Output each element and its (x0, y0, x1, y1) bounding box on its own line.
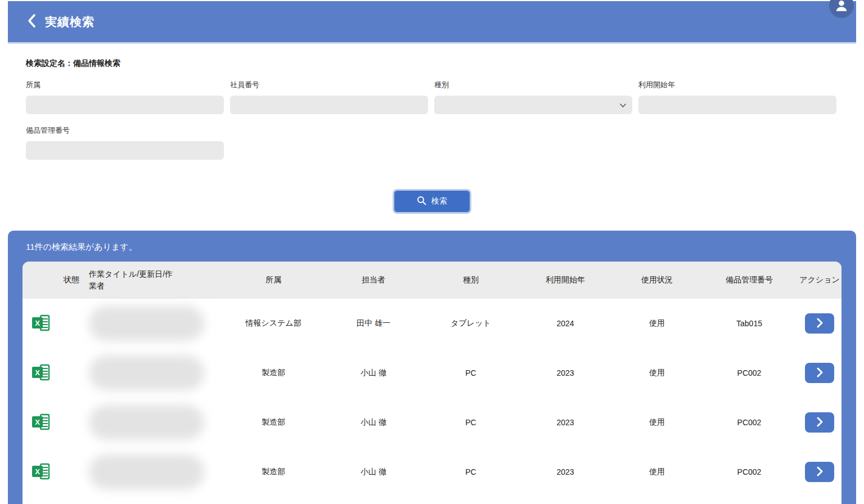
col-asset-no: 備品管理番号 (701, 275, 798, 285)
col-person: 担当者 (323, 275, 424, 285)
redacted-title-blob (89, 356, 204, 390)
asset-no-cell: PC002 (701, 368, 798, 377)
redacted-title-blob (89, 306, 204, 341)
svg-text:X: X (35, 368, 40, 377)
type-cell: PC (424, 368, 518, 377)
asset-no-label: 備品管理番号 (26, 125, 224, 136)
chevron-right-icon (816, 318, 823, 330)
app-header: 実績検索 (8, 1, 856, 44)
results-table: 状態 作業タイトル/更新日/作業者 所属 担当者 種別 利用開始年 使用状況 備… (22, 262, 842, 504)
svg-text:X: X (35, 418, 40, 426)
results-count: 11件の検索結果があります。 (8, 231, 856, 262)
search-setting-label: 検索設定名：備品情報検索 (26, 58, 838, 69)
excel-file-icon[interactable]: X (22, 314, 54, 333)
chevron-right-icon (816, 417, 823, 429)
field-employee-no: 社員番号 (230, 80, 428, 114)
field-start-year: 利用開始年 (638, 80, 836, 114)
table-row: X 情報システム部 田中 雄一 タブレット 2024 使用 Tab015 (22, 299, 842, 348)
person-cell: 小山 徹 (323, 467, 424, 477)
chevron-right-icon (816, 367, 823, 379)
start-year-label: 利用開始年 (638, 80, 836, 90)
results-panel: 11件の検索結果があります。 状態 作業タイトル/更新日/作業者 所属 担当者 … (8, 231, 856, 504)
asset-no-cell: Tab015 (701, 319, 798, 328)
row-detail-button[interactable] (805, 412, 834, 433)
usage-cell: 使用 (613, 467, 701, 477)
svg-text:X: X (35, 319, 40, 327)
department-cell: 製造部 (224, 368, 323, 378)
department-cell: 情報システム部 (224, 318, 323, 328)
excel-file-icon[interactable]: X (22, 413, 54, 432)
back-button[interactable] (27, 14, 36, 30)
col-type: 種別 (424, 275, 518, 285)
employee-no-label: 社員番号 (230, 80, 428, 90)
svg-text:X: X (35, 467, 40, 476)
type-cell: PC (424, 467, 518, 476)
chevron-right-icon (816, 466, 823, 478)
chevron-left-icon (27, 14, 36, 30)
search-form: 検索設定名：備品情報検索 所属 社員番号 種別 利用開始年 (0, 44, 864, 214)
usage-cell: 使用 (613, 318, 701, 328)
start-year-cell: 2023 (518, 467, 613, 476)
search-form-grid: 所属 社員番号 種別 利用開始年 備品管理番号 (26, 80, 838, 160)
excel-file-icon[interactable]: X (22, 364, 54, 382)
col-start-year: 利用開始年 (518, 275, 613, 285)
row-detail-button[interactable] (805, 313, 834, 334)
field-department: 所属 (26, 80, 224, 114)
person-cell: 小山 徹 (323, 368, 424, 378)
person-cell: 小山 徹 (323, 417, 424, 428)
search-button[interactable]: 検索 (393, 189, 471, 214)
redacted-title-blob (89, 454, 204, 489)
col-department: 所属 (224, 275, 323, 285)
title-cell (89, 356, 224, 390)
col-title: 作業タイトル/更新日/作業者 (89, 268, 176, 292)
department-label: 所属 (26, 80, 224, 90)
field-asset-no: 備品管理番号 (26, 125, 224, 160)
type-select[interactable] (434, 96, 632, 114)
title-cell (89, 405, 224, 440)
type-label: 種別 (434, 80, 632, 90)
excel-file-icon[interactable]: X (22, 463, 54, 482)
title-cell (89, 454, 224, 489)
type-cell: PC (424, 418, 518, 427)
search-button-label: 検索 (431, 196, 447, 206)
row-detail-button[interactable] (805, 462, 834, 482)
search-icon (417, 196, 426, 207)
asset-no-cell: PC002 (701, 467, 798, 476)
person-cell: 田中 雄一 (323, 318, 424, 328)
usage-cell: 使用 (613, 417, 701, 428)
person-icon (834, 0, 849, 14)
table-row: X 製造部 小山 徹 PC 2023 使用 PC002 (22, 398, 842, 447)
user-avatar[interactable] (829, 0, 854, 18)
col-action: アクション (798, 275, 842, 285)
asset-no-cell: PC002 (701, 418, 798, 427)
table-row: X 製造部 小山 徹 PC 2023 使用 PC002 (22, 447, 842, 497)
employee-no-input[interactable] (230, 96, 428, 114)
department-cell: 製造部 (224, 467, 323, 477)
department-input[interactable] (26, 96, 224, 114)
start-year-cell: 2023 (518, 418, 613, 427)
page-title: 実績検索 (45, 14, 94, 30)
field-type: 種別 (434, 80, 632, 114)
redacted-title-blob (89, 405, 204, 440)
title-cell (89, 306, 224, 341)
start-year-input[interactable] (638, 96, 836, 114)
usage-cell: 使用 (613, 368, 701, 378)
table-header-row: 状態 作業タイトル/更新日/作業者 所属 担当者 種別 利用開始年 使用状況 備… (22, 262, 842, 299)
department-cell: 製造部 (224, 417, 323, 428)
start-year-cell: 2023 (518, 368, 613, 377)
asset-no-input[interactable] (26, 141, 224, 160)
type-cell: タブレット (424, 318, 518, 328)
start-year-cell: 2024 (518, 319, 613, 328)
col-usage: 使用状況 (613, 275, 701, 285)
row-detail-button[interactable] (805, 363, 834, 383)
table-row: X 製造部 小山 徹 PC 2023 使用 PC002 (22, 348, 842, 398)
col-status: 状態 (54, 275, 89, 285)
